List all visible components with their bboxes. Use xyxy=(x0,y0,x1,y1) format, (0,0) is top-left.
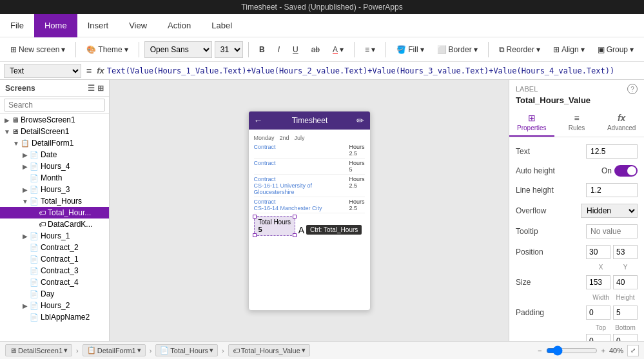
tab-file[interactable]: File xyxy=(0,14,34,37)
padding-left-input[interactable] xyxy=(586,334,610,341)
tree-item-totalhours[interactable]: ▼ 📄 Total_Hours xyxy=(0,195,109,207)
tree-item-detailform1[interactable]: ▼ 📋 DetailForm1 xyxy=(0,137,109,149)
field-icon: 📄 xyxy=(30,267,39,275)
new-screen-button[interactable]: ⊞ New screen ▾ xyxy=(5,43,70,57)
tooltip-input[interactable] xyxy=(586,224,638,238)
tree-label: Total_Hour... xyxy=(48,208,91,217)
tree-item-month[interactable]: 📄 Month xyxy=(0,172,109,184)
prop-position-value xyxy=(586,245,638,259)
align-button[interactable]: ≡ ▾ xyxy=(360,43,380,57)
breadcrumb-arrow2: ▾ xyxy=(137,346,141,354)
tree-item-browsescren1[interactable]: ▶ 🖥 BrowseScreen1 xyxy=(0,114,109,126)
tree-item-contract3[interactable]: 📄 Contract_3 xyxy=(0,265,109,277)
handle-tr[interactable] xyxy=(293,215,297,218)
align2-button[interactable]: ⊞ Align ▾ xyxy=(548,43,590,57)
tree-item-detailscreen1[interactable]: ▼ 🖥 DetailScreen1 xyxy=(0,126,109,137)
position-x-input[interactable] xyxy=(586,245,610,259)
tree-label: BrowseScreen1 xyxy=(21,115,75,124)
fill-button[interactable]: 🪣 Fill ▾ xyxy=(391,43,429,57)
handle-bl[interactable] xyxy=(253,233,257,237)
tree-item-datacardk[interactable]: 🏷 DataCardK... xyxy=(0,218,109,230)
screens-list-icon[interactable]: ☰ xyxy=(88,84,95,93)
tree-item-contract4[interactable]: 📄 Contract_4 xyxy=(0,277,109,288)
phone-entry-3: ContractCS-16-11 University ofGloucester… xyxy=(254,175,365,197)
tree-item-contract2[interactable]: 📄 Contract_2 xyxy=(0,242,109,253)
tree-item-hours3[interactable]: ▶ 📄 Hours_3 xyxy=(0,184,109,195)
phone-back-icon[interactable]: ← xyxy=(254,115,263,126)
theme-button[interactable]: 🎨 Theme ▾ xyxy=(81,43,133,57)
zoom-slider[interactable] xyxy=(546,345,598,356)
new-screen-text: New screen xyxy=(19,45,59,54)
padding-right-input[interactable] xyxy=(613,334,638,341)
tree-item-contract1[interactable]: 📄 Contract_1 xyxy=(0,253,109,265)
prop-lineheight-value xyxy=(586,183,638,197)
breadcrumb-totalhoursvalue[interactable]: 🏷 Total_Hours_Value ▾ xyxy=(228,344,310,356)
help-icon[interactable]: ? xyxy=(627,84,638,94)
tree-item-hours2[interactable]: ▶ 📄 Hours_2 xyxy=(0,300,109,311)
overflow-select[interactable]: Hidden Scroll xyxy=(581,204,638,218)
prop-size-value xyxy=(586,275,638,289)
expand-button[interactable]: ⤢ xyxy=(627,345,639,356)
underline-button[interactable]: U xyxy=(288,43,304,57)
tree-label: Contract_1 xyxy=(41,255,79,264)
tab-rules[interactable]: ≡ Rules xyxy=(554,109,600,137)
hours-val-2: Hours5 xyxy=(349,160,364,173)
tab-view[interactable]: View xyxy=(119,14,157,37)
tree-item-hours4[interactable]: ▶ 📄 Hours_4 xyxy=(0,160,109,172)
reorder-text: Reorder xyxy=(507,45,534,54)
border-button[interactable]: ⬜ Border ▾ xyxy=(432,43,483,57)
size-height-input[interactable] xyxy=(613,275,638,289)
padding-bottom-input[interactable] xyxy=(613,306,638,320)
position-y-input[interactable] xyxy=(613,245,638,259)
group-button[interactable]: ▣ Group ▾ xyxy=(592,43,639,57)
total-hours-selected-element[interactable]: Total Hours 5 xyxy=(254,216,296,236)
field-icon: 📄 xyxy=(30,290,39,298)
tab-action[interactable]: Action xyxy=(157,14,201,37)
screen-breadcrumb-icon: 🖥 xyxy=(10,347,17,354)
tree-item-hours1[interactable]: ▶ 📄 Hours_1 xyxy=(0,230,109,242)
sep-3: › xyxy=(222,347,224,354)
prop-text-value xyxy=(586,144,638,159)
arrow-icon: ▶ xyxy=(21,233,30,240)
breadcrumb-label2: DetailForm1 xyxy=(97,347,136,354)
canvas[interactable]: ← Timesheet ✏ Monday 2nd July Contract H… xyxy=(110,80,509,341)
text-input[interactable] xyxy=(586,144,638,159)
bold-button[interactable]: B xyxy=(254,43,270,57)
breadcrumb-detailscreen1[interactable]: 🖥 DetailScreen1 ▾ xyxy=(5,344,72,356)
field-icon: 📄 xyxy=(30,232,39,240)
font-size-selector[interactable]: 31 xyxy=(215,41,243,58)
zoom-out-btn[interactable]: − xyxy=(538,347,542,354)
phone-content: Monday 2nd July Contract Hours2.5 Contra… xyxy=(249,130,370,238)
font-color-button[interactable]: A ▾ xyxy=(327,43,349,57)
reorder-button[interactable]: ⧉ Reorder ▾ xyxy=(494,43,545,57)
pad-spacer xyxy=(516,324,589,331)
breadcrumb-detailform1[interactable]: 📋 DetailForm1 ▾ xyxy=(83,344,146,356)
tab-advanced[interactable]: fx Advanced xyxy=(599,109,644,137)
screens-search-input[interactable] xyxy=(4,99,105,112)
formula-type-selector[interactable]: Text xyxy=(4,64,81,78)
zoom-in-btn[interactable]: + xyxy=(601,347,605,354)
tab-properties[interactable]: ⊞ Properties xyxy=(509,109,554,137)
tree-item-day[interactable]: 📄 Day xyxy=(0,288,109,300)
breadcrumb-totalhours[interactable]: 📄 Total_Hours ▾ xyxy=(155,344,218,356)
tree-item-date[interactable]: ▶ 📄 Date xyxy=(0,149,109,160)
lineheight-input[interactable] xyxy=(586,183,638,197)
padding-top-input[interactable] xyxy=(586,306,610,320)
tab-insert[interactable]: Insert xyxy=(77,14,119,37)
handle-tl[interactable] xyxy=(253,215,257,218)
tab-home[interactable]: Home xyxy=(34,14,77,37)
italic-button[interactable]: I xyxy=(273,43,285,57)
formula-input[interactable] xyxy=(107,66,640,75)
autoheight-toggle[interactable] xyxy=(614,165,638,177)
font-selector[interactable]: Open Sans xyxy=(144,41,212,58)
size-width-input[interactable] xyxy=(586,275,610,289)
screens-grid-icon[interactable]: ⊞ xyxy=(97,84,104,93)
y-label: Y xyxy=(613,264,638,271)
tab-label[interactable]: Label xyxy=(201,14,242,37)
strikethrough-button[interactable]: ab xyxy=(306,43,325,57)
tree-item-lblappname2[interactable]: 📄 LblAppName2 xyxy=(0,311,109,323)
tree-item-totalhoursvalue[interactable]: 🏷 Total_Hour... xyxy=(0,207,109,218)
formula-fx-icon: fx xyxy=(97,66,104,75)
phone-edit-icon[interactable]: ✏ xyxy=(356,115,364,126)
handle-br[interactable] xyxy=(293,233,297,237)
